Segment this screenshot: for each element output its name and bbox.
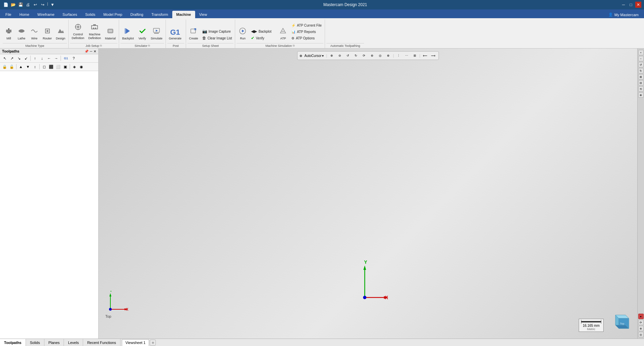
customize-btn[interactable]: ▼ <box>49 2 56 8</box>
tp-verify-btn[interactable]: ↑ <box>32 55 38 62</box>
mill-btn[interactable]: Mill <box>3 26 15 41</box>
tab-surfaces[interactable]: Surfaces <box>59 11 81 18</box>
right-btn-7[interactable]: ⟲ <box>638 86 644 92</box>
minimize-btn[interactable]: ─ <box>620 2 627 8</box>
tp-up-btn[interactable]: ▲ <box>17 63 24 70</box>
ac-btn12[interactable]: ⟵ <box>422 52 428 59</box>
tab-machine[interactable]: Machine <box>172 11 195 18</box>
verify-sim-btn[interactable]: ✔ Verify <box>249 35 276 41</box>
wire-btn[interactable]: Wire <box>28 26 40 41</box>
tp-help-btn[interactable]: ? <box>70 55 77 62</box>
tab-transform[interactable]: Transform <box>147 11 172 18</box>
ac-btn6[interactable]: ⊛ <box>369 52 375 59</box>
right-btn-bottom-3[interactable]: ⊛ <box>638 326 644 331</box>
ac-btn2[interactable]: ⊖ <box>336 52 343 59</box>
bottom-tab-solids[interactable]: Solids <box>26 339 44 346</box>
right-btn-2[interactable]: − <box>638 56 644 61</box>
tp-sim2-btn[interactable]: ⬛ <box>48 63 55 70</box>
tp-extra1-btn[interactable]: ◈ <box>71 63 78 70</box>
tab-view[interactable]: View <box>195 11 211 18</box>
tp-sort-btn[interactable]: ↕ <box>32 63 38 70</box>
ac-btn8[interactable]: ⊕ <box>385 52 392 59</box>
lathe-btn[interactable]: Lathe <box>15 26 28 41</box>
tp-edit-btn[interactable]: → <box>53 55 60 62</box>
ac-btn13[interactable]: ⟶ <box>430 52 436 59</box>
right-btn-6[interactable]: ⊟ <box>638 80 644 86</box>
control-definition-btn[interactable]: ControlDefinition <box>70 22 86 41</box>
ac-btn5[interactable]: ⟳ <box>361 52 367 59</box>
atp-current-file-btn[interactable]: ⚡ ATP Current File <box>290 23 323 28</box>
ac-btn4[interactable]: ↻ <box>353 52 359 59</box>
undo-btn[interactable]: ↩ <box>32 2 38 8</box>
tp-sim3-btn[interactable]: ⬜ <box>55 63 62 70</box>
tp-extra2-btn[interactable]: ◉ <box>78 63 85 70</box>
right-btn-3[interactable]: ↺ <box>638 62 644 67</box>
ac-btn9[interactable]: ⋮ <box>395 52 402 59</box>
backplot-btn[interactable]: Backplot <box>120 26 136 41</box>
router-btn[interactable]: Router <box>41 26 53 41</box>
autocursor-dropdown-btn[interactable]: AutoCursor ▾ <box>303 54 325 58</box>
right-btn-bottom-2[interactable]: ⟳ <box>638 320 644 325</box>
toolpaths-close-btn[interactable]: ✕ <box>94 50 96 53</box>
machine-definition-btn[interactable]: MachineDefinition <box>87 22 103 41</box>
tp-select-all-btn[interactable]: ↖ <box>1 55 8 62</box>
maximize-btn[interactable]: □ <box>628 2 634 8</box>
tab-wireframe[interactable]: Wireframe <box>33 11 59 18</box>
image-capture-btn[interactable]: 📷 Image Capture <box>201 28 234 34</box>
tp-unlock-btn[interactable]: 🔓 <box>8 63 15 70</box>
tp-sim1-btn[interactable]: ◻ <box>41 63 47 70</box>
tab-file[interactable]: File <box>1 11 15 18</box>
generate-btn[interactable]: G1 Generate <box>167 28 183 41</box>
ac-btn7[interactable]: ◎ <box>377 52 384 59</box>
open-btn[interactable]: 📂 <box>10 2 16 8</box>
right-btn-1[interactable]: + <box>638 50 644 55</box>
material-btn[interactable]: Material <box>103 26 117 41</box>
tp-backplot-btn[interactable]: ↙ <box>23 55 29 62</box>
toolpaths-pin-btn[interactable]: 📌 <box>84 50 88 53</box>
tp-g1-btn[interactable]: G1 <box>62 55 70 62</box>
tp-post-btn[interactable]: ↓ <box>39 55 45 62</box>
toolpaths-minimize-btn[interactable]: ─ <box>90 50 92 53</box>
ac-btn3[interactable]: ↺ <box>345 52 351 59</box>
tab-home[interactable]: Home <box>15 11 33 18</box>
run-btn[interactable]: Run <box>237 26 249 41</box>
tab-model-prep[interactable]: Model Prep <box>99 11 126 18</box>
right-btn-bottom-1[interactable]: ● <box>638 314 644 319</box>
atp-options-btn[interactable]: ⚙ ATP Options <box>290 35 323 41</box>
right-btn-4[interactable]: ↻ <box>638 68 644 73</box>
ac-btn10[interactable]: ⋯ <box>403 52 410 59</box>
3d-cube[interactable]: Top <box>610 312 631 332</box>
simulate-btn[interactable]: Simulate <box>149 26 164 41</box>
atp-reports-btn[interactable]: 📊 ATP Reports <box>290 29 323 35</box>
create-btn[interactable]: Create <box>187 26 200 41</box>
bottom-tab-levels[interactable]: Levels <box>64 339 83 346</box>
tp-lock-btn[interactable]: 🔒 <box>1 63 8 70</box>
close-btn[interactable]: ✕ <box>635 2 641 8</box>
tp-sim4-btn[interactable]: ▣ <box>62 63 69 70</box>
tp-high-feed-btn[interactable]: ← <box>46 55 52 62</box>
ac-btn1[interactable]: ⊕ <box>328 52 335 59</box>
atp-btn[interactable]: ATP <box>277 26 289 41</box>
right-btn-5[interactable]: ⊞ <box>638 74 644 80</box>
bottom-tab-recent[interactable]: Recent Functions <box>83 339 120 346</box>
redo-btn[interactable]: ↪ <box>40 2 46 8</box>
viewport[interactable]: ⊕ AutoCursor ▾ | ⊕ ⊖ ↺ ↻ ⟳ ⊛ ◎ ⊕ | ⋮ ⋯ ⊞… <box>99 49 637 339</box>
print-btn[interactable]: 🖨 <box>25 2 31 8</box>
bottom-tab-planes[interactable]: Planes <box>44 339 64 346</box>
my-mastercam[interactable]: 👤 My Mastercam <box>604 11 643 18</box>
right-btn-bottom-4[interactable]: ◎ <box>638 332 644 337</box>
ac-btn11[interactable]: ⊞ <box>412 52 418 59</box>
right-btn-8[interactable]: ⊕ <box>638 92 644 98</box>
tp-down-btn[interactable]: ▼ <box>25 63 31 70</box>
clear-image-list-btn[interactable]: 🗑 Clear Image List <box>201 35 234 41</box>
tp-regenerate-btn[interactable]: ↘ <box>15 55 22 62</box>
bottom-tab-toolpaths[interactable]: Toolpaths <box>0 339 26 346</box>
verify-btn[interactable]: Verify <box>136 26 148 41</box>
tab-drafting[interactable]: Drafting <box>126 11 147 18</box>
tab-solids[interactable]: Solids <box>81 11 99 18</box>
design-btn[interactable]: Design <box>54 26 67 41</box>
sheet-tab-add-btn[interactable]: + <box>150 340 156 346</box>
new-btn[interactable]: 📄 <box>3 2 9 8</box>
save-btn[interactable]: 💾 <box>17 2 24 8</box>
backplot-sim-btn[interactable]: ◀▶ Backplot <box>249 28 276 34</box>
